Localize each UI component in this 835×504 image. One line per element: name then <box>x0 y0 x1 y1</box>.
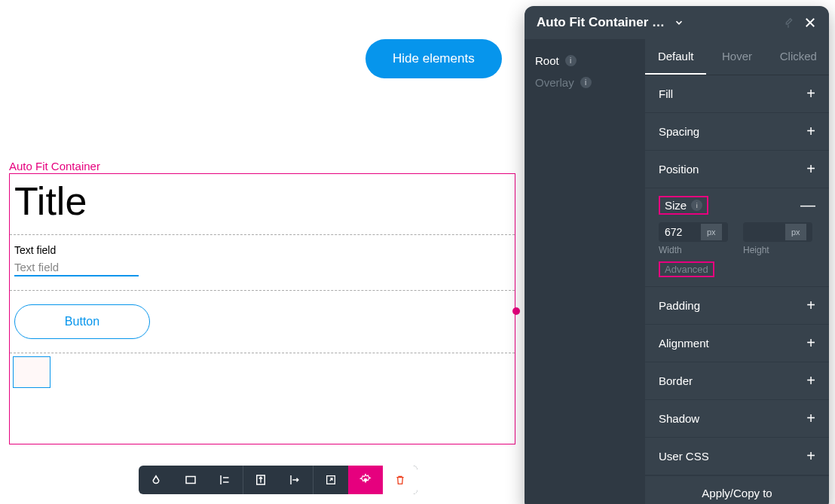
textfield-input[interactable] <box>14 259 139 276</box>
button-section[interactable]: Button <box>10 291 515 353</box>
delete-tool-icon[interactable] <box>383 466 418 494</box>
info-badge-icon: i <box>580 77 592 88</box>
svg-rect-0 <box>186 477 195 484</box>
plus-icon: + <box>806 372 815 389</box>
info-badge-icon: i <box>565 55 577 66</box>
height-input[interactable] <box>743 223 785 241</box>
tree-node-root[interactable]: Root i <box>535 50 635 72</box>
height-label: Height <box>743 245 812 255</box>
selection-label: Auto Fit Container <box>9 160 100 173</box>
width-input[interactable] <box>659 223 701 241</box>
open-tool-icon[interactable] <box>314 466 348 494</box>
tab-hover[interactable]: Hover <box>706 39 767 75</box>
plus-icon: + <box>806 334 815 352</box>
resize-handle-right[interactable] <box>512 307 520 315</box>
state-tabs: Default Hover Clicked <box>645 39 829 75</box>
chevron-down-icon[interactable] <box>674 17 684 28</box>
container-tool-icon[interactable] <box>173 466 208 494</box>
settings-tool-icon[interactable] <box>348 466 383 494</box>
tab-default[interactable]: Default <box>645 39 706 75</box>
width-label: Width <box>659 245 728 255</box>
hide-elements-button[interactable]: Hide elements <box>366 39 502 78</box>
empty-element[interactable] <box>13 356 50 388</box>
section-size: Size i — px Width px Height <box>645 188 829 287</box>
apply-copy-button[interactable]: Apply/Copy to <box>645 475 829 504</box>
plus-icon: + <box>806 447 815 465</box>
width-tool-icon[interactable] <box>278 466 313 494</box>
width-unit[interactable]: px <box>701 224 722 240</box>
auto-fit-container[interactable]: Title Text field Button <box>9 173 515 444</box>
plus-icon: + <box>806 410 815 427</box>
height-unit[interactable]: px <box>785 224 806 240</box>
section-fill[interactable]: Fill+ <box>645 75 829 113</box>
canvas-button[interactable]: Button <box>14 304 150 339</box>
size-header[interactable]: Size i <box>659 196 708 215</box>
tree-overlay-label: Overlay <box>535 76 574 89</box>
section-border[interactable]: Border+ <box>645 362 829 400</box>
info-badge-icon: i <box>691 200 702 211</box>
plus-icon: + <box>806 297 815 314</box>
section-shadow[interactable]: Shadow+ <box>645 400 829 438</box>
minus-icon[interactable]: — <box>800 197 815 214</box>
section-alignment[interactable]: Alignment+ <box>645 325 829 362</box>
panel-title: Auto Fit Container … <box>537 15 665 30</box>
textfield-section[interactable]: Text field <box>10 235 515 290</box>
tree-root-label: Root <box>535 54 559 67</box>
plus-icon: + <box>806 160 815 178</box>
align-left-tool-icon[interactable] <box>208 466 243 494</box>
plus-icon: + <box>806 123 815 140</box>
textfield-label: Text field <box>14 244 510 256</box>
tab-clicked[interactable]: Clicked <box>768 39 829 75</box>
properties-panel: Auto Fit Container … Root i Overlay i De… <box>525 6 829 504</box>
plus-icon: + <box>806 85 815 102</box>
advanced-link[interactable]: Advanced <box>659 261 714 277</box>
section-position[interactable]: Position+ <box>645 151 829 188</box>
close-icon[interactable] <box>803 16 817 29</box>
context-toolbar <box>139 466 418 494</box>
pin-icon[interactable] <box>782 17 794 29</box>
element-tree: Root i Overlay i <box>525 39 645 504</box>
height-tool-icon[interactable] <box>243 466 278 494</box>
title-text[interactable]: Title <box>10 174 515 234</box>
tree-node-overlay[interactable]: Overlay i <box>535 72 635 93</box>
section-usercss[interactable]: User CSS+ <box>645 438 829 475</box>
section-padding[interactable]: Padding+ <box>645 287 829 325</box>
fill-tool-icon[interactable] <box>139 466 173 494</box>
section-spacing[interactable]: Spacing+ <box>645 113 829 151</box>
